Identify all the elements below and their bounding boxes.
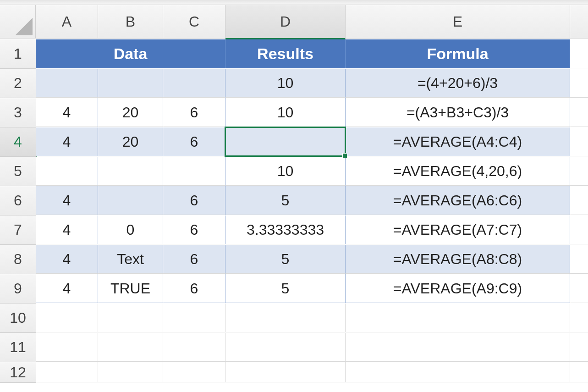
- cell-B12[interactable]: [98, 362, 163, 382]
- row-header-6[interactable]: 6: [0, 186, 36, 215]
- cell-D2[interactable]: 10: [225, 69, 346, 98]
- col-header-A[interactable]: A: [36, 5, 98, 39]
- cell-C9[interactable]: 6: [163, 274, 225, 303]
- table-header-results[interactable]: Results: [225, 39, 346, 68]
- col-header-B[interactable]: B: [98, 5, 163, 39]
- row-header-11[interactable]: 11: [0, 333, 36, 362]
- col-header-C[interactable]: C: [163, 5, 225, 39]
- cell-C12[interactable]: [163, 362, 225, 382]
- cell-D7[interactable]: 3.33333333: [225, 215, 346, 244]
- cell-F1[interactable]: [570, 39, 588, 68]
- cell-B7[interactable]: 0: [98, 215, 163, 244]
- cell-A10[interactable]: [36, 304, 98, 332]
- cell-A5[interactable]: [36, 157, 98, 186]
- row-header-9[interactable]: 9: [0, 274, 36, 304]
- cell-F4[interactable]: [570, 127, 588, 156]
- cell-A6[interactable]: 4: [36, 186, 98, 215]
- cell-B11[interactable]: [98, 333, 163, 362]
- cell-E8[interactable]: =AVERAGE(A8:C8): [346, 245, 570, 274]
- table-header-formula[interactable]: Formula: [346, 39, 570, 68]
- cell-C5[interactable]: [163, 157, 225, 186]
- cell-F11[interactable]: [570, 333, 588, 362]
- cell-D10[interactable]: [225, 304, 346, 332]
- cell-E10[interactable]: [346, 304, 570, 332]
- cell-F9[interactable]: [570, 274, 588, 303]
- row-header-4[interactable]: 4: [0, 127, 37, 157]
- cell-C3[interactable]: 6: [163, 98, 225, 127]
- cell-D6[interactable]: 5: [225, 186, 346, 215]
- cell-F10[interactable]: [570, 304, 588, 332]
- cell-E6[interactable]: =AVERAGE(A6:C6): [346, 186, 570, 215]
- cell-A8[interactable]: 4: [36, 245, 98, 274]
- cell-A4[interactable]: 4: [36, 127, 98, 156]
- cell-C7[interactable]: 6: [163, 215, 225, 244]
- cell-F5[interactable]: [570, 157, 588, 186]
- cell-D8[interactable]: 5: [225, 245, 346, 274]
- row-header-5[interactable]: 5: [0, 157, 36, 186]
- table-header-data[interactable]: Data: [36, 39, 225, 68]
- cell-C8[interactable]: 6: [163, 245, 225, 274]
- cell-C6[interactable]: 6: [163, 186, 225, 215]
- cell-A9[interactable]: 4: [36, 274, 98, 303]
- cell-C11[interactable]: [163, 333, 225, 362]
- cell-E12[interactable]: [346, 362, 570, 382]
- cell-E11[interactable]: [346, 333, 570, 362]
- cell-B9[interactable]: TRUE: [98, 274, 163, 303]
- cell-C2[interactable]: [163, 69, 225, 98]
- cell-D5[interactable]: 10: [225, 157, 346, 186]
- cell-B5[interactable]: [98, 157, 163, 186]
- cell-F6[interactable]: [570, 186, 588, 215]
- select-all-corner[interactable]: [0, 5, 36, 39]
- cell-B10[interactable]: [98, 304, 163, 332]
- cell-A3[interactable]: 4: [36, 98, 98, 127]
- row-header-7[interactable]: 7: [0, 215, 36, 245]
- cell-D3[interactable]: 10: [225, 98, 346, 127]
- col-header-E[interactable]: E: [346, 5, 570, 39]
- cell-C4[interactable]: 6: [163, 127, 225, 156]
- spreadsheet-grid: A B C D E 1 Data Results Formula 2 10 =(…: [0, 5, 588, 383]
- cell-F3[interactable]: [570, 98, 588, 127]
- cell-C10[interactable]: [163, 304, 225, 332]
- cell-D4[interactable]: [225, 127, 346, 156]
- cell-E2[interactable]: =(4+20+6)/3: [346, 69, 570, 98]
- col-header-D[interactable]: D: [225, 5, 346, 39]
- row-header-10[interactable]: 10: [0, 304, 36, 333]
- cell-E5[interactable]: =AVERAGE(4,20,6): [346, 157, 570, 186]
- cell-F2[interactable]: [570, 69, 588, 98]
- window-top-strip: [0, 0, 588, 5]
- cell-F7[interactable]: [570, 215, 588, 244]
- cell-B6[interactable]: [98, 186, 163, 215]
- row-header-3[interactable]: 3: [0, 98, 36, 127]
- cell-E4[interactable]: =AVERAGE(A4:C4): [346, 127, 570, 156]
- col-header-overflow[interactable]: [570, 5, 588, 39]
- cell-E7[interactable]: =AVERAGE(A7:C7): [346, 215, 570, 244]
- cell-B3[interactable]: 20: [98, 98, 163, 127]
- row-header-8[interactable]: 8: [0, 245, 36, 274]
- cell-E3[interactable]: =(A3+B3+C3)/3: [346, 98, 570, 127]
- cell-B2[interactable]: [98, 69, 163, 98]
- cell-B4[interactable]: 20: [98, 127, 163, 156]
- cell-E9[interactable]: =AVERAGE(A9:C9): [346, 274, 570, 303]
- row-header-1[interactable]: 1: [0, 39, 36, 69]
- row-header-12[interactable]: 12: [0, 362, 36, 383]
- row-header-2[interactable]: 2: [0, 69, 36, 98]
- cell-F12[interactable]: [570, 362, 588, 382]
- cell-A12[interactable]: [36, 362, 98, 382]
- cell-B8[interactable]: Text: [98, 245, 163, 274]
- cell-A2[interactable]: [36, 69, 98, 98]
- cell-A7[interactable]: 4: [36, 215, 98, 244]
- cell-D12[interactable]: [225, 362, 346, 382]
- cell-A11[interactable]: [36, 333, 98, 362]
- cell-D9[interactable]: 5: [225, 274, 346, 303]
- cell-D11[interactable]: [225, 333, 346, 362]
- cell-F8[interactable]: [570, 245, 588, 274]
